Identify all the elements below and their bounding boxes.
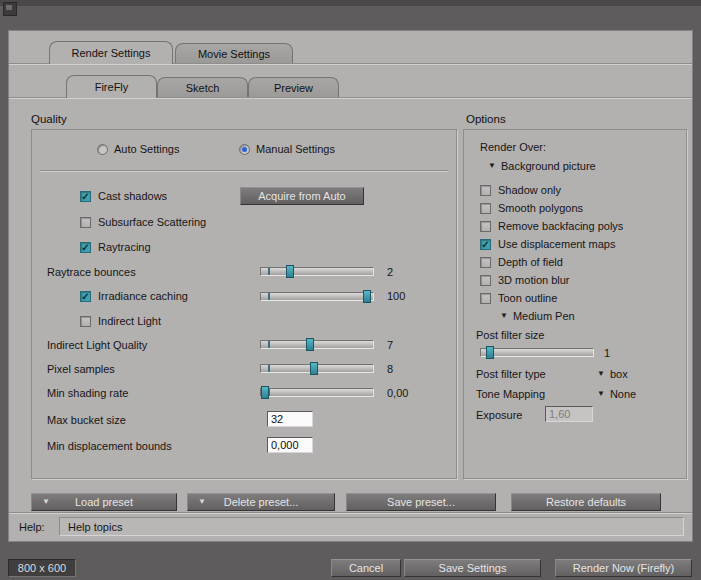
post-filter-type-value: box: [610, 368, 628, 380]
chevron-down-icon: ▼: [198, 498, 206, 506]
manual-settings-radio[interactable]: [239, 144, 250, 155]
raytrace-bounces-slider[interactable]: [260, 267, 374, 276]
delete-preset-button[interactable]: ▼ Delete preset...: [187, 493, 335, 511]
button-label: Save Settings: [439, 562, 507, 574]
slider-thumb[interactable]: [363, 290, 371, 303]
tab-preview[interactable]: Preview: [248, 77, 339, 97]
irradiance-caching-label: Irradiance caching: [98, 290, 188, 302]
tab-render-settings[interactable]: Render Settings: [49, 41, 173, 64]
indirect-light-label: Indirect Light: [98, 315, 161, 327]
slider-tick: [268, 365, 270, 372]
render-over-value: Background picture: [501, 160, 596, 172]
help-topics-link[interactable]: Help topics: [68, 521, 122, 533]
check-icon: ✓: [81, 192, 90, 201]
button-label: Save preset...: [387, 496, 455, 508]
tone-mapping-label: Tone Mapping: [476, 388, 545, 400]
min-displacement-bounds-input[interactable]: [267, 437, 313, 453]
exposure-input[interactable]: [545, 406, 593, 422]
post-filter-size-value: 1: [604, 347, 610, 359]
subsurface-scattering-checkbox[interactable]: ✓: [80, 217, 91, 228]
tab-label: Preview: [274, 82, 313, 94]
auto-settings-label: Auto Settings: [114, 143, 179, 155]
pixel-samples-value: 8: [387, 363, 393, 375]
radio-separator: [40, 170, 448, 171]
indirect-light-checkbox[interactable]: ✓: [80, 316, 91, 327]
raytrace-bounces-label: Raytrace bounces: [47, 266, 136, 278]
tab-sketch[interactable]: Sketch: [157, 77, 248, 97]
check-icon: ✓: [81, 292, 90, 301]
smooth-polygons-checkbox[interactable]: ✓: [480, 203, 491, 214]
max-bucket-size-input[interactable]: [267, 411, 313, 427]
indirect-light-quality-label: Indirect Light Quality: [47, 339, 147, 351]
load-preset-button[interactable]: ▼ Load preset: [31, 493, 177, 511]
chevron-down-icon: ▼: [597, 370, 605, 378]
slider-thumb[interactable]: [486, 346, 494, 359]
post-filter-size-label: Post filter size: [476, 329, 544, 341]
tab-label: Movie Settings: [198, 48, 270, 60]
indirect-light-quality-slider[interactable]: [260, 340, 374, 349]
slider-tick: [268, 341, 270, 348]
cancel-button[interactable]: Cancel: [331, 559, 401, 577]
pixel-samples-label: Pixel samples: [47, 363, 115, 375]
save-preset-button[interactable]: Save preset...: [346, 493, 496, 511]
render-size-indicator: 800 x 600: [8, 559, 76, 577]
render-over-dropdown[interactable]: ▼ Background picture: [488, 160, 596, 172]
toon-pen-dropdown[interactable]: ▼ Medium Pen: [500, 310, 575, 322]
remove-backfacing-label: Remove backfacing polys: [498, 220, 623, 232]
shadow-only-label: Shadow only: [498, 184, 561, 196]
indirect-light-quality-value: 7: [387, 339, 393, 351]
check-icon: ✓: [481, 240, 490, 249]
post-filter-size-slider[interactable]: [480, 348, 594, 357]
auto-settings-radio[interactable]: [97, 144, 108, 155]
slider-thumb[interactable]: [310, 362, 318, 375]
render-settings-dialog: Render Settings Movie Settings FireFly S…: [8, 30, 693, 542]
help-topics-field[interactable]: Help topics: [59, 517, 684, 536]
slider-thumb[interactable]: [286, 265, 294, 278]
restore-defaults-button[interactable]: Restore defaults: [511, 493, 661, 511]
acquire-from-auto-button[interactable]: Acquire from Auto: [240, 187, 364, 205]
irradiance-caching-checkbox[interactable]: ✓: [80, 291, 91, 302]
tab-movie-settings[interactable]: Movie Settings: [175, 43, 293, 63]
min-shading-rate-label: Min shading rate: [47, 387, 128, 399]
irradiance-caching-value: 100: [387, 290, 405, 302]
window-menu-icon[interactable]: [3, 2, 17, 16]
slider-tick: [268, 268, 270, 275]
button-label: Acquire from Auto: [258, 190, 345, 202]
cast-shadows-checkbox[interactable]: ✓: [80, 191, 91, 202]
depth-of-field-checkbox[interactable]: ✓: [480, 257, 491, 268]
render-now-button[interactable]: Render Now (Firefly): [555, 559, 692, 577]
chevron-down-icon: ▼: [488, 162, 496, 170]
options-group: Render Over: ▼ Background picture ✓ Shad…: [463, 129, 687, 479]
remove-backfacing-checkbox[interactable]: ✓: [480, 221, 491, 232]
button-label: Load preset: [75, 496, 133, 508]
shadow-only-checkbox[interactable]: ✓: [480, 185, 491, 196]
quality-heading: Quality: [31, 113, 67, 125]
chevron-down-icon: ▼: [597, 390, 605, 398]
min-displacement-bounds-label: Min displacement bounds: [47, 440, 172, 452]
motion-blur-label: 3D motion blur: [498, 274, 570, 286]
min-shading-rate-slider[interactable]: [260, 388, 374, 397]
motion-blur-checkbox[interactable]: ✓: [480, 275, 491, 286]
tab-label: FireFly: [95, 81, 129, 93]
render-over-label: Render Over:: [480, 141, 546, 153]
toon-outline-checkbox[interactable]: ✓: [480, 293, 491, 304]
exposure-label: Exposure: [476, 409, 522, 421]
use-displacement-maps-checkbox[interactable]: ✓: [480, 239, 491, 250]
pixel-samples-slider[interactable]: [260, 364, 374, 373]
tab-label: Sketch: [186, 82, 220, 94]
raytracing-checkbox[interactable]: ✓: [80, 242, 91, 253]
post-filter-type-dropdown[interactable]: ▼ box: [597, 368, 628, 380]
button-label: Delete preset...: [224, 496, 299, 508]
slider-thumb[interactable]: [261, 386, 269, 399]
slider-thumb[interactable]: [306, 338, 314, 351]
help-strip: Help: Help topics: [9, 512, 692, 541]
chevron-down-icon: ▼: [42, 498, 50, 506]
tab-label: Render Settings: [72, 47, 151, 59]
tab-firefly[interactable]: FireFly: [66, 75, 157, 98]
save-settings-button[interactable]: Save Settings: [404, 559, 541, 577]
subsurface-scattering-label: Subsurface Scattering: [98, 216, 206, 228]
irradiance-caching-slider[interactable]: [260, 292, 374, 301]
options-heading: Options: [466, 113, 506, 125]
min-shading-rate-value: 0,00: [387, 387, 408, 399]
tone-mapping-dropdown[interactable]: ▼ None: [597, 388, 636, 400]
